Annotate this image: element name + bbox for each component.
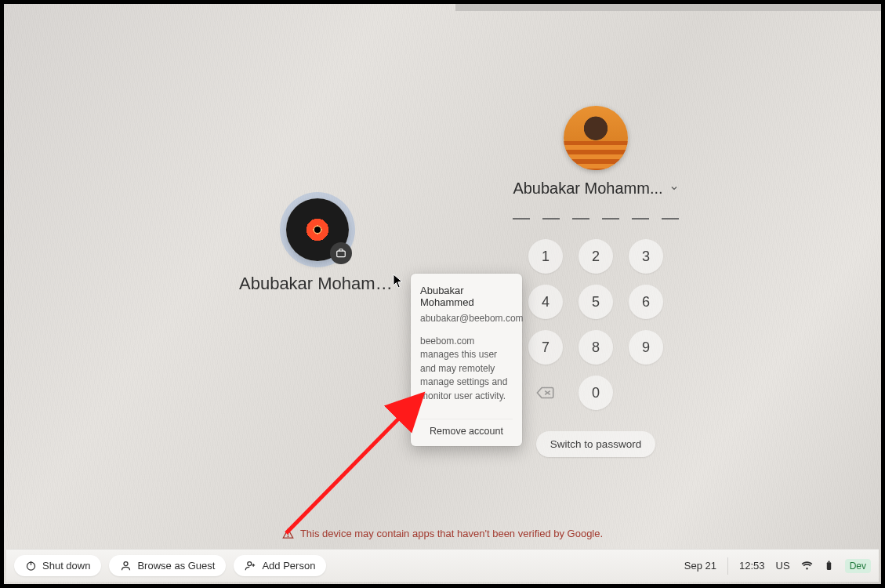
remove-account-button[interactable]: Remove account (420, 419, 513, 446)
pin-key-7[interactable]: 7 (528, 330, 563, 365)
svg-rect-6 (826, 562, 830, 570)
pin-key-4[interactable]: 4 (528, 285, 563, 319)
pin-slot (572, 218, 589, 220)
add-person-icon (245, 560, 256, 572)
wifi-icon (801, 560, 813, 572)
primary-user-name: Abubakar Mohamm... (513, 180, 662, 198)
verification-warning: This device may contain apps that haven'… (4, 528, 881, 539)
pin-slot (513, 218, 530, 220)
browse-as-guest-button[interactable]: Browse as Guest (109, 555, 226, 576)
top-edge (455, 4, 881, 11)
secondary-user-avatar[interactable] (286, 198, 349, 261)
pin-slot (602, 218, 619, 220)
pin-slot (662, 218, 679, 220)
svg-rect-7 (828, 561, 829, 563)
chevron-down-icon[interactable] (669, 182, 679, 196)
pin-key-9[interactable]: 9 (629, 330, 663, 365)
pin-input[interactable] (506, 218, 686, 220)
pin-pad: 1 2 3 4 5 6 7 8 9 0 (525, 237, 666, 412)
battery-icon (824, 560, 834, 572)
svg-point-1 (288, 536, 288, 537)
account-popover: Abubakar Mohammed abubakar@beebom.com be… (411, 274, 522, 446)
dev-mode-badge: Dev (845, 559, 871, 573)
popover-full-name: Abubakar Mohammed (420, 285, 513, 308)
pin-slot (632, 218, 649, 220)
svg-point-4 (124, 562, 128, 566)
add-person-button[interactable]: Add Person (234, 555, 326, 576)
pin-key-2[interactable]: 2 (579, 239, 613, 274)
switch-to-password-button[interactable]: Switch to password (536, 431, 655, 457)
secondary-user-card[interactable]: Abubakar Mohamm... (239, 198, 396, 294)
pin-key-5[interactable]: 5 (579, 285, 613, 319)
primary-user-name-row[interactable]: Abubakar Mohamm... (506, 180, 686, 198)
pin-key-3[interactable]: 3 (629, 239, 663, 274)
svg-line-2 (286, 394, 423, 533)
tray-date: Sep 21 (684, 560, 716, 572)
shelf: Shut down Browse as Guest Add Person Sep… (6, 549, 879, 582)
svg-point-5 (248, 562, 252, 566)
pin-slot (542, 218, 560, 220)
verification-warning-text: This device may contain apps that haven'… (300, 528, 603, 539)
svg-rect-0 (337, 251, 346, 257)
pin-key-backspace[interactable] (526, 373, 565, 412)
system-tray[interactable]: Sep 21 12:53 US Dev (684, 557, 871, 575)
briefcase-icon (336, 248, 346, 259)
mouse-cursor (393, 274, 404, 289)
primary-user-avatar[interactable] (564, 106, 628, 170)
lock-screen: Abubakar Mohamm... Abubakar Mohammed abu… (4, 4, 881, 584)
pin-key-1[interactable]: 1 (528, 239, 563, 274)
guest-icon (120, 560, 132, 572)
tray-locale: US (776, 560, 790, 572)
primary-user-panel: Abubakar Mohamm... 1 2 3 4 5 (506, 106, 686, 457)
popover-management-note: beebom.com manages this user and may rem… (420, 335, 513, 403)
pin-key-0[interactable]: 0 (579, 376, 613, 410)
add-person-label: Add Person (262, 560, 315, 572)
warning-triangle-icon (282, 528, 294, 539)
pin-key-8[interactable]: 8 (579, 330, 613, 365)
backspace-icon (535, 385, 556, 401)
tray-sep (727, 557, 728, 575)
enterprise-badge (330, 242, 352, 264)
popover-email: abubakar@beebom.com (420, 313, 513, 324)
tray-time: 12:53 (739, 560, 765, 572)
guest-label: Browse as Guest (137, 560, 215, 572)
avatar-center (314, 227, 321, 233)
power-icon (25, 560, 37, 572)
shutdown-button[interactable]: Shut down (14, 555, 101, 576)
secondary-user-name: Abubakar Mohamm... (239, 274, 393, 294)
shutdown-label: Shut down (42, 560, 90, 572)
pin-key-6[interactable]: 6 (629, 285, 663, 319)
